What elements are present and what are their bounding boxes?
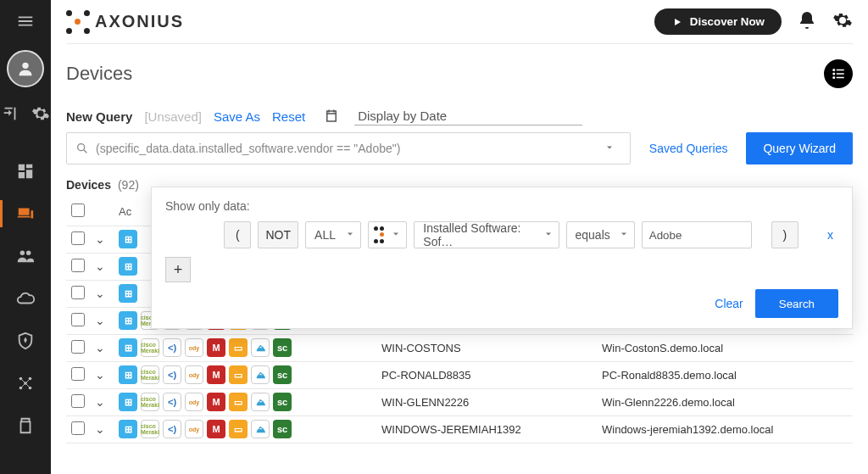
query-name: New Query	[66, 109, 132, 124]
chevron-down-icon[interactable]	[604, 142, 621, 155]
calendar-icon[interactable]	[324, 109, 339, 124]
table-row[interactable]: ⌄ ⊞ ciscoMeraki <) ody M ▭ ⛰ sc WINDOWS-…	[66, 415, 853, 443]
meraki-icon: ciscoMeraki	[141, 365, 159, 384]
expand-icon[interactable]: ⌄	[95, 232, 105, 246]
nav-enforcement[interactable]	[8, 324, 42, 358]
chevron-down-icon	[391, 228, 401, 242]
gear-icon[interactable]	[832, 10, 853, 33]
adapter-icons: ⊞ ciscoMeraki <) ody M ▭ ⛰ sc	[119, 365, 371, 384]
vmware-icon: ▭	[229, 420, 248, 438]
meraki-icon: ciscoMeraki	[141, 393, 159, 411]
vmware-icon: ▭	[229, 393, 248, 411]
svg-point-8	[832, 76, 835, 79]
scope-select[interactable]: ALL	[305, 221, 361, 248]
expand-icon[interactable]: ⌄	[95, 341, 105, 354]
expand-icon[interactable]: ⌄	[95, 368, 105, 382]
azure-icon: ⛰	[251, 393, 270, 411]
adapter-icons: ⊞ ciscoMeraki <) ody M ▭ ⛰ sc	[119, 420, 371, 438]
query-status: [Unsaved]	[144, 109, 202, 124]
row-checkbox[interactable]	[71, 340, 85, 354]
nav-cloud[interactable]	[8, 282, 42, 315]
query-wizard-button[interactable]: Query Wizard	[746, 132, 853, 165]
expand-icon[interactable]: ⌄	[95, 259, 105, 273]
discover-now-button[interactable]: Discover Now	[654, 8, 782, 35]
meraki-icon: ciscoMeraki	[141, 420, 159, 438]
nav-users[interactable]	[8, 239, 42, 273]
adapter-select[interactable]	[368, 221, 407, 248]
expand-icon[interactable]: ⌄	[95, 287, 105, 300]
windows-icon: ⊞	[119, 365, 137, 384]
value-input[interactable]	[642, 221, 752, 248]
tanium-icon: <)	[163, 338, 181, 357]
expand-icon[interactable]: ⌄	[95, 422, 105, 436]
nav-devices[interactable]	[8, 197, 42, 231]
query-wizard-panel: Show only data: ( NOT ALL Installed Soft…	[151, 187, 853, 329]
chevron-down-icon	[619, 228, 629, 242]
list-view-button[interactable]	[824, 59, 853, 88]
remove-condition-button[interactable]: x	[822, 228, 838, 242]
adapter-logo-icon	[374, 226, 384, 243]
security-center-icon: sc	[273, 338, 292, 357]
brand-logo[interactable]: AXONIUS	[66, 10, 184, 34]
svg-point-7	[832, 73, 835, 75]
name-cell: PC-Ronald8835.demo.local	[597, 361, 853, 388]
settings-icon[interactable]	[31, 104, 50, 125]
not-chip[interactable]: NOT	[258, 221, 298, 248]
row-checkbox[interactable]	[71, 394, 85, 408]
expand-icon[interactable]: ⌄	[95, 314, 105, 327]
search-icon	[75, 142, 89, 155]
table-row[interactable]: ⌄ ⊞ ciscoMeraki <) ody M ▭ ⛰ sc WIN-COST…	[66, 334, 853, 361]
tanium-icon: <)	[163, 365, 181, 384]
security-center-icon: sc	[273, 365, 292, 384]
field-select[interactable]: Installed Software: Sof…	[414, 221, 559, 248]
nav-reports[interactable]	[8, 409, 42, 443]
row-checkbox[interactable]	[71, 286, 85, 299]
odyseum-icon: ody	[185, 420, 203, 438]
search-button[interactable]: Search	[755, 289, 838, 318]
table-row[interactable]: ⌄ ⊞ ciscoMeraki <) ody M ▭ ⛰ sc WIN-GLEN…	[66, 388, 853, 415]
avatar[interactable]	[7, 50, 44, 87]
nav-adapters[interactable]	[8, 366, 42, 400]
windows-icon: ⊞	[119, 393, 137, 411]
chevron-down-icon	[345, 228, 355, 242]
lparen-chip[interactable]: (	[224, 221, 251, 248]
row-checkbox[interactable]	[71, 421, 85, 435]
expand-icon[interactable]: ⌄	[95, 395, 105, 409]
svg-point-6	[832, 69, 835, 71]
reset-link[interactable]: Reset	[272, 109, 305, 124]
import-icon[interactable]	[1, 104, 19, 125]
rparen-chip[interactable]: )	[771, 221, 798, 248]
select-all-checkbox[interactable]	[71, 204, 85, 217]
vmware-icon: ▭	[229, 365, 248, 384]
windows-icon: ⊞	[119, 338, 137, 357]
page-title: Devices	[66, 63, 132, 85]
table-row[interactable]: ⌄ ⊞ ciscoMeraki <) ody M ▭ ⛰ sc PC-RONAL…	[66, 361, 853, 388]
windows-icon: ⊞	[119, 420, 137, 438]
save-as-link[interactable]: Save As	[214, 109, 260, 124]
row-checkbox[interactable]	[71, 367, 85, 381]
query-search-input[interactable]: (specific_data.data.installed_software.v…	[66, 132, 631, 165]
adapter-icons: ⊞ ciscoMeraki <) ody M ▭ ⛰ sc	[119, 338, 371, 357]
menu-icon[interactable]	[16, 12, 35, 33]
row-checkbox[interactable]	[71, 231, 85, 245]
adapter-icons: ⊞ ciscoMeraki <) ody M ▭ ⛰ sc	[119, 393, 371, 411]
svg-point-0	[22, 63, 28, 69]
mcafee-icon: M	[207, 338, 225, 357]
bell-icon[interactable]	[797, 10, 817, 33]
clear-button[interactable]: Clear	[715, 297, 743, 310]
azure-icon: ⛰	[251, 338, 270, 357]
odyseum-icon: ody	[185, 365, 203, 384]
host-cell: PC-RONALD8835	[376, 361, 597, 388]
chevron-down-icon	[543, 228, 554, 242]
row-checkbox[interactable]	[71, 259, 85, 272]
entity-count: (92)	[118, 178, 139, 192]
row-checkbox[interactable]	[71, 313, 85, 326]
brand-mark-icon	[66, 10, 90, 34]
odyseum-icon: ody	[185, 393, 203, 411]
nav-dashboard[interactable]	[8, 154, 42, 188]
add-condition-button[interactable]: +	[165, 257, 191, 282]
meraki-icon: ciscoMeraki	[141, 338, 159, 357]
operator-select[interactable]: equals	[566, 221, 635, 248]
saved-queries-link[interactable]: Saved Queries	[637, 142, 740, 155]
display-by-date[interactable]: Display by Date	[354, 107, 582, 125]
